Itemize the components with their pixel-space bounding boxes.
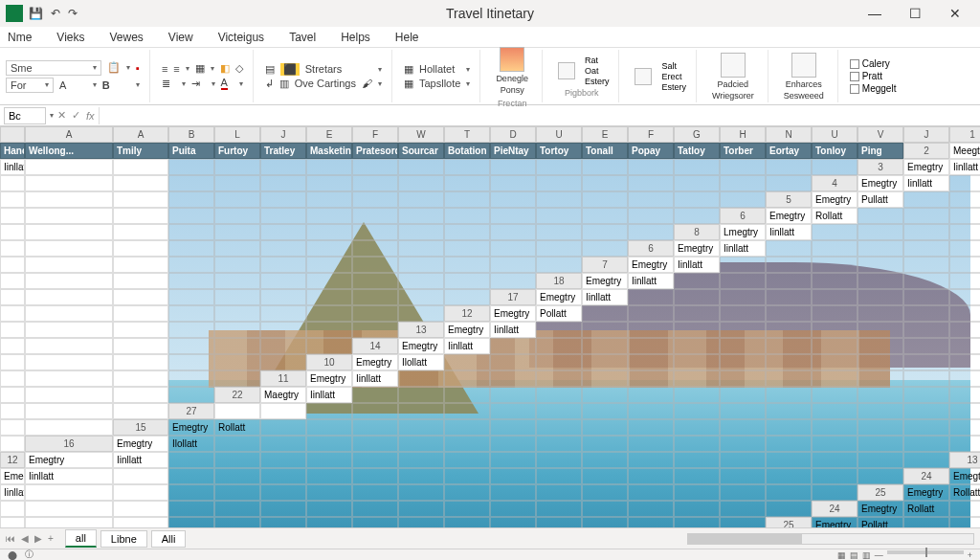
cell[interactable] bbox=[628, 322, 674, 338]
cell[interactable] bbox=[903, 419, 949, 436]
cell[interactable] bbox=[306, 436, 352, 452]
cell[interactable]: Iinllatt bbox=[490, 322, 536, 338]
ribbon-label[interactable]: Stretars bbox=[305, 63, 343, 75]
cell[interactable] bbox=[903, 257, 949, 273]
font-color-icon[interactable]: ▪ bbox=[136, 62, 140, 74]
format-icon[interactable]: ▦ bbox=[404, 63, 413, 76]
cell[interactable] bbox=[536, 257, 582, 273]
cell[interactable] bbox=[168, 501, 214, 517]
checkbox-option[interactable]: Pratt bbox=[850, 71, 897, 81]
tab-add-icon[interactable]: + bbox=[48, 533, 54, 544]
tab-first-icon[interactable]: ⏮ bbox=[6, 533, 15, 544]
cell[interactable] bbox=[444, 419, 490, 436]
ribbon-label[interactable]: Ove Cartings bbox=[295, 78, 356, 89]
column-header[interactable]: A bbox=[25, 126, 113, 143]
cell[interactable] bbox=[0, 305, 25, 322]
cell[interactable] bbox=[766, 175, 812, 191]
cell[interactable] bbox=[0, 436, 25, 452]
cell[interactable] bbox=[490, 387, 536, 403]
cell[interactable]: Emegtry bbox=[628, 257, 674, 273]
cell[interactable] bbox=[949, 208, 980, 224]
chevron-down-icon[interactable]: ▾ bbox=[239, 79, 243, 88]
ribbon-label[interactable]: Rat bbox=[585, 56, 610, 65]
chevron-down-icon[interactable]: ▾ bbox=[50, 111, 54, 120]
cell[interactable] bbox=[25, 175, 113, 191]
cell[interactable] bbox=[628, 289, 674, 305]
cell[interactable] bbox=[903, 240, 949, 257]
header-cell[interactable]: Eortay bbox=[766, 143, 812, 159]
cell[interactable] bbox=[444, 436, 490, 452]
cell[interactable] bbox=[766, 240, 812, 257]
row-header[interactable]: 17 bbox=[490, 289, 536, 305]
cell[interactable] bbox=[113, 289, 168, 305]
cell[interactable]: Meegtry bbox=[949, 143, 980, 159]
cell[interactable] bbox=[674, 370, 720, 387]
cell[interactable] bbox=[260, 208, 306, 224]
cell[interactable] bbox=[214, 501, 260, 517]
clear-icon[interactable]: ◇ bbox=[235, 62, 243, 75]
cell[interactable] bbox=[858, 305, 903, 322]
fx-icon[interactable]: fx bbox=[86, 110, 95, 122]
cell[interactable] bbox=[25, 257, 113, 273]
cell[interactable] bbox=[812, 338, 858, 354]
cell[interactable] bbox=[0, 224, 25, 240]
font-color-a-icon[interactable]: A bbox=[221, 77, 228, 90]
row-header[interactable]: 18 bbox=[536, 273, 582, 289]
cell[interactable] bbox=[214, 273, 260, 289]
cell[interactable] bbox=[444, 208, 490, 224]
chevron-down-icon[interactable]: ▾ bbox=[136, 80, 140, 89]
cell[interactable] bbox=[113, 370, 168, 387]
align-left-icon[interactable]: ≡ bbox=[162, 63, 167, 75]
cell[interactable] bbox=[674, 273, 720, 289]
font-size-select[interactable]: For▾ bbox=[6, 78, 54, 93]
cell[interactable] bbox=[260, 240, 306, 257]
column-header[interactable]: T bbox=[444, 126, 490, 143]
cell[interactable] bbox=[949, 191, 980, 208]
cell[interactable] bbox=[306, 468, 352, 484]
cell[interactable] bbox=[398, 484, 444, 501]
cell[interactable] bbox=[949, 436, 980, 452]
cell[interactable] bbox=[720, 452, 766, 468]
cell[interactable] bbox=[628, 387, 674, 403]
cell[interactable] bbox=[306, 224, 352, 240]
enter-icon[interactable]: ✓ bbox=[72, 109, 80, 122]
cell[interactable] bbox=[25, 208, 113, 224]
cell[interactable] bbox=[903, 436, 949, 452]
cell[interactable] bbox=[720, 289, 766, 305]
cell[interactable] bbox=[903, 452, 949, 468]
row-header[interactable]: 24 bbox=[812, 501, 858, 517]
cell[interactable] bbox=[260, 403, 306, 419]
row-header[interactable]: 27 bbox=[168, 403, 214, 419]
cell[interactable] bbox=[628, 159, 674, 175]
page-break-icon[interactable]: ▥ bbox=[862, 550, 871, 560]
formula-input[interactable] bbox=[99, 107, 976, 124]
cell[interactable] bbox=[858, 403, 903, 419]
cell[interactable] bbox=[903, 338, 949, 354]
cell[interactable] bbox=[352, 305, 398, 322]
cell[interactable] bbox=[949, 370, 980, 387]
row-header[interactable]: 1 bbox=[949, 126, 980, 143]
cell[interactable] bbox=[260, 224, 306, 240]
cell[interactable] bbox=[168, 484, 214, 501]
scrollbar-thumb[interactable] bbox=[688, 534, 802, 544]
cell[interactable] bbox=[113, 159, 168, 175]
cell[interactable]: Emegtry bbox=[490, 305, 536, 322]
paste-icon[interactable]: 📋 bbox=[107, 61, 121, 74]
cell[interactable] bbox=[949, 224, 980, 240]
cell[interactable] bbox=[25, 240, 113, 257]
cell[interactable] bbox=[306, 452, 352, 468]
cell[interactable]: Rollatt bbox=[812, 208, 858, 224]
cell[interactable] bbox=[949, 289, 980, 305]
cell[interactable] bbox=[398, 501, 444, 517]
cell[interactable] bbox=[674, 305, 720, 322]
menu-item[interactable]: Vieks bbox=[53, 29, 88, 46]
cell[interactable] bbox=[766, 322, 812, 338]
cell[interactable] bbox=[858, 436, 903, 452]
cell[interactable] bbox=[720, 354, 766, 370]
cell[interactable] bbox=[260, 175, 306, 191]
cell[interactable] bbox=[168, 208, 214, 224]
cell[interactable]: Iinllatt bbox=[628, 273, 674, 289]
cell[interactable]: Lmegtry bbox=[720, 224, 766, 240]
header-cell[interactable]: Tatloy bbox=[674, 143, 720, 159]
cell[interactable] bbox=[812, 305, 858, 322]
